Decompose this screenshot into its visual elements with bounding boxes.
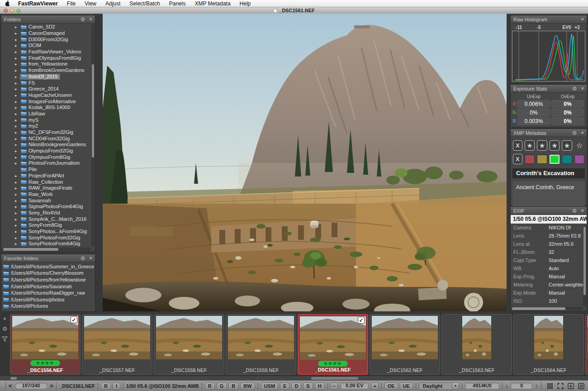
disclosure-triangle-icon[interactable]: ▶ (15, 224, 20, 227)
grid-view-icon[interactable] (547, 383, 553, 389)
folders-horizontal-scrollbar[interactable] (2, 248, 90, 251)
disclosure-triangle-icon[interactable]: ▶ (15, 230, 20, 233)
filmstrip-thumbnail[interactable]: _DSC1559.NEF (226, 314, 296, 375)
menu-adjust[interactable]: Adjust (105, 0, 120, 7)
menu-view[interactable]: View (85, 0, 96, 7)
folder-row[interactable]: ▶NikonBrookgreenGardens (1, 142, 91, 148)
filmstrip-thumbnail[interactable]: ✓☆☆☆☆_DSC1556.NEF (10, 314, 81, 375)
filmstrip-scroll-button[interactable] (10, 377, 17, 380)
disclosure-triangle-icon[interactable]: ▶ (15, 81, 20, 85)
disclosure-triangle-icon[interactable]: ▶ (15, 236, 20, 239)
close-icon[interactable]: × (581, 208, 584, 213)
folder-row[interactable]: ▶FinalOlympusFrom8Gig (1, 55, 91, 61)
disclosure-triangle-icon[interactable]: ▶ (15, 100, 20, 103)
exif-vertical-scrollbar[interactable] (583, 225, 586, 306)
close-icon[interactable]: × (581, 130, 584, 135)
disclosure-triangle-icon[interactable]: ▶ (15, 143, 20, 146)
channel-r[interactable]: R (205, 382, 215, 390)
folders-panel-header[interactable]: Folders ⚙ × (1, 15, 95, 24)
thumbnail-image[interactable] (372, 316, 438, 361)
folder-row[interactable]: ▶SonyArik_C...March_2016 (1, 216, 91, 222)
toggle-r[interactable]: R (101, 382, 111, 390)
favorite-folder-row[interactable]: /Users/il/Pictures/CherryBlossom (3, 270, 94, 277)
menu-select-batch[interactable]: Select/Batch (129, 0, 160, 7)
gear-icon[interactable]: ⚙ (81, 256, 85, 261)
folder-row[interactable]: ▶Savannah (1, 197, 91, 204)
disclosure-triangle-icon[interactable]: ▶ (15, 32, 20, 35)
favorite-folder-row[interactable]: /Users/il/Pictures/Savannah (3, 283, 94, 290)
disclosure-triangle-icon[interactable]: ▶ (15, 193, 20, 196)
clear-color-label-button[interactable]: X (513, 154, 522, 164)
folder-row[interactable]: ▶myS (1, 117, 91, 123)
disclosure-triangle-icon[interactable]: ▶ (15, 162, 20, 165)
favorite-folder-row[interactable]: /Users/il/Pictures/Summer_in_Greece (3, 263, 94, 270)
folder-row[interactable]: ▶SonyPhotos...kFrom64Gig (1, 229, 91, 235)
star-icon[interactable]: ★ (537, 140, 547, 151)
disclosure-triangle-icon[interactable]: ▶ (15, 25, 20, 29)
close-icon[interactable]: × (90, 17, 92, 22)
folder-row[interactable]: ▶SonyPhotosFrom64Gig (1, 241, 91, 247)
xmp-panel-header[interactable]: XMP Metadata ⚙ × (511, 129, 587, 137)
disclosure-triangle-icon[interactable]: ▶ (15, 50, 20, 53)
folder-row[interactable]: ▶LibRaw (1, 111, 91, 117)
folder-row[interactable]: ▶D3000From32Gig (1, 36, 91, 43)
next-image-button[interactable]: > (50, 382, 54, 389)
filmstrip-thumbnail[interactable]: _DSC1563.NEF (441, 314, 512, 375)
close-icon[interactable]: × (581, 86, 584, 91)
folder-row[interactable]: ▶Raw_Collection (1, 179, 91, 185)
disclosure-triangle-icon[interactable]: ▶ (15, 218, 20, 221)
folder-row[interactable]: ▶fromDf_2015 (1, 74, 91, 80)
tool-h[interactable]: H (315, 382, 325, 390)
filmstrip-thumbnail[interactable] (585, 314, 588, 375)
folder-row[interactable]: ▶Canon_5D2 (1, 24, 91, 30)
folder-row[interactable]: ▶Sony_Rio4Vid (1, 210, 91, 216)
minimize-window-button[interactable] (10, 9, 14, 13)
white-balance-select[interactable]: Daylight ▼ (419, 382, 459, 390)
disclosure-triangle-icon[interactable]: ▶ (15, 62, 20, 66)
close-icon[interactable]: × (90, 256, 92, 261)
folder-row[interactable]: ▶OlympusFrom32Gig (1, 148, 91, 154)
filmstrip-thumbnail[interactable]: _DSC1562.NEF (370, 314, 440, 375)
disclosure-triangle-icon[interactable]: ▶ (15, 112, 20, 115)
menu-app-name[interactable]: FastRawViewer (18, 0, 58, 7)
folder-row[interactable]: ▶RAW_ImagesFinals (1, 185, 91, 191)
thumbnail-image[interactable] (228, 316, 294, 361)
disclosure-triangle-icon[interactable]: ▶ (15, 38, 20, 41)
gear-icon[interactable]: ⚙ (572, 208, 577, 214)
channel-b[interactable]: B (228, 382, 238, 390)
filmstrip-thumbnail[interactable]: _DSC1557.NEF (82, 314, 152, 375)
filmstrip-thumbnail[interactable]: _DSC1558.NEF (154, 314, 224, 375)
color-label-swatch[interactable] (562, 155, 572, 164)
color-label-swatch[interactable] (537, 155, 547, 164)
ev-minus-button[interactable]: − (331, 382, 338, 390)
exposure-warn-oe[interactable]: OE (384, 382, 398, 390)
folder-row[interactable]: ▶DCIM (1, 43, 91, 49)
apple-menu-icon[interactable] (5, 0, 11, 7)
menu-xmp-metadata[interactable]: XMP Metadata (194, 0, 230, 7)
previous-image-button[interactable]: < (9, 382, 12, 389)
folder-row[interactable]: Pile (1, 167, 91, 173)
filmstrip-thumbnail[interactable]: ✓☆☆☆☆_DSC1561.NEF (298, 314, 368, 375)
disclosure-triangle-icon[interactable]: ▶ (15, 131, 20, 134)
color-label-swatch[interactable] (550, 155, 560, 164)
disclosure-triangle-icon[interactable]: ▶ (15, 181, 20, 184)
fullscreen-icon[interactable] (557, 383, 564, 389)
folder-row[interactable]: ▶SonyFrom8Gig (1, 222, 91, 229)
star-icon[interactable]: ★ (562, 140, 572, 151)
folder-row[interactable]: ▶fromBrookGreenGardens (1, 67, 91, 74)
rotate-cw-button[interactable]: ↑ (535, 382, 538, 389)
toggle-i[interactable]: I (113, 382, 120, 390)
filmstrip-scrollbar[interactable] (0, 376, 588, 380)
folder-row[interactable]: ▶FastRawViewer_Videos (1, 49, 91, 55)
star-icon[interactable]: ★ (525, 140, 535, 151)
tool-s[interactable]: S (303, 382, 313, 390)
channel-g[interactable]: G (217, 382, 227, 390)
tool-e[interactable]: E (280, 382, 289, 390)
favorites-panel-header[interactable]: Favorite folders ⚙ × (1, 254, 95, 262)
disclosure-triangle-icon[interactable]: ▶ (15, 69, 20, 72)
disclosure-triangle-icon[interactable]: ▶ (15, 205, 20, 208)
folder-row[interactable]: ▶PhotosFromJournalism (1, 160, 91, 167)
disclosure-triangle-icon[interactable]: ▶ (15, 87, 20, 91)
color-label-swatch[interactable] (525, 155, 535, 164)
favorite-folder-row[interactable]: /Users/il/Pictures (3, 303, 94, 310)
